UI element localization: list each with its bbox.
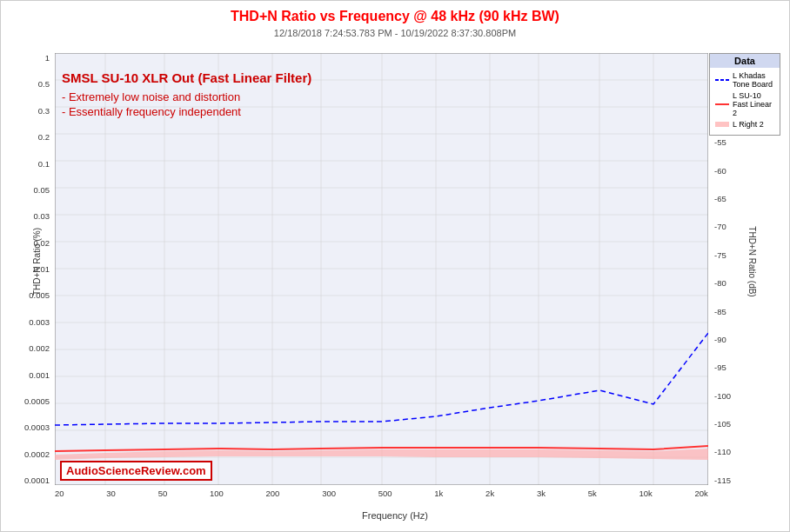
y-tick: 0.03: [34, 211, 50, 221]
x-tick: 200: [266, 489, 280, 498]
y-tick: 0.0003: [24, 422, 50, 432]
y-tick: 0.0001: [24, 475, 50, 485]
x-axis-label: Frequency (Hz): [362, 510, 428, 521]
y-tick-right: -75: [714, 250, 726, 260]
y-tick: 0.2: [38, 132, 50, 142]
legend-label-1: L Khadas Tone Board: [733, 71, 774, 89]
x-tick: 3k: [537, 489, 546, 498]
chart-container: THD+N Ratio vs Frequency @ 48 kHz (90 kH…: [0, 0, 790, 532]
x-tick: 5k: [588, 489, 597, 498]
y-tick-right: -95: [714, 362, 726, 372]
x-tick: 30: [106, 489, 116, 498]
x-tick: 50: [158, 489, 168, 498]
legend-label-2: L SU-10 Fast Linear 2: [733, 91, 774, 117]
y-tick-right: -90: [714, 335, 726, 344]
y-tick: 0.05: [34, 185, 50, 195]
y-tick-right: -115: [714, 475, 731, 485]
y-tick: 0.0002: [24, 449, 50, 459]
legend-color-pink: [715, 122, 729, 127]
annotation: SMSL SU-10 XLR Out (Fast Linear Filter) …: [62, 70, 311, 120]
x-tick: 300: [322, 489, 336, 498]
x-tick: 10k: [639, 489, 652, 498]
annotation-line1: - Extremely low noise and distortion: [62, 90, 311, 103]
y-axis-right-label: THD+N Ratio (dB): [747, 226, 757, 296]
y-tick: 0.3: [38, 106, 50, 116]
legend-title: Data: [710, 54, 780, 68]
y-tick: 0.0005: [24, 396, 50, 406]
y-tick-right: -110: [714, 447, 731, 456]
x-tick: 20k: [695, 489, 708, 498]
y-tick-right: -60: [714, 166, 726, 176]
legend-item-3: L Right 2: [715, 120, 774, 129]
x-tick: 1k: [434, 489, 443, 498]
chart-title: THD+N Ratio vs Frequency @ 48 kHz (90 kH…: [1, 1, 789, 26]
y-axis-left: 1 0.5 0.3 0.2 0.1 0.05 0.03 0.02 0.01 0.…: [1, 53, 53, 485]
annotation-line2: - Essentially frequency independent: [62, 105, 311, 118]
y-tick: 0.001: [29, 370, 50, 380]
y-tick: 0.5: [38, 79, 50, 89]
x-tick: 2k: [485, 489, 494, 498]
chart-subtitle: 12/18/2018 7:24:53.783 PM - 10/19/2022 8…: [1, 28, 789, 38]
legend-color-blue: [715, 79, 729, 81]
legend-item-2: L SU-10 Fast Linear 2: [715, 91, 774, 117]
watermark: AudioScienceReview.com: [60, 461, 212, 481]
x-axis: 20 30 50 100 200 300 500 1k 2k 3k 5k 10k…: [55, 489, 708, 498]
y-axis-left-label: THD+N Ratio (%): [32, 228, 42, 296]
legend-item-1: L Khadas Tone Board: [715, 71, 774, 89]
y-tick: 0.002: [29, 343, 50, 353]
y-tick: 0.003: [29, 317, 50, 327]
y-tick: 0.1: [38, 159, 50, 169]
y-tick-right: -80: [714, 278, 726, 288]
y-tick: 1: [45, 53, 50, 63]
x-tick: 20: [55, 489, 64, 498]
x-tick: 100: [210, 489, 224, 498]
annotation-device: SMSL SU-10 XLR Out (Fast Linear Filter): [62, 70, 311, 85]
legend: Data L Khadas Tone Board L SU-10 Fast Li…: [709, 53, 780, 136]
y-tick-right: -105: [714, 419, 731, 429]
y-tick-right: -65: [714, 194, 726, 203]
y-tick-right: -55: [714, 137, 726, 147]
y-tick-right: -100: [714, 391, 731, 401]
legend-color-red: [715, 103, 729, 105]
y-tick-right: -70: [714, 222, 726, 231]
legend-label-3: L Right 2: [733, 120, 764, 129]
x-tick: 500: [378, 489, 392, 498]
y-tick-right: -85: [714, 307, 726, 316]
